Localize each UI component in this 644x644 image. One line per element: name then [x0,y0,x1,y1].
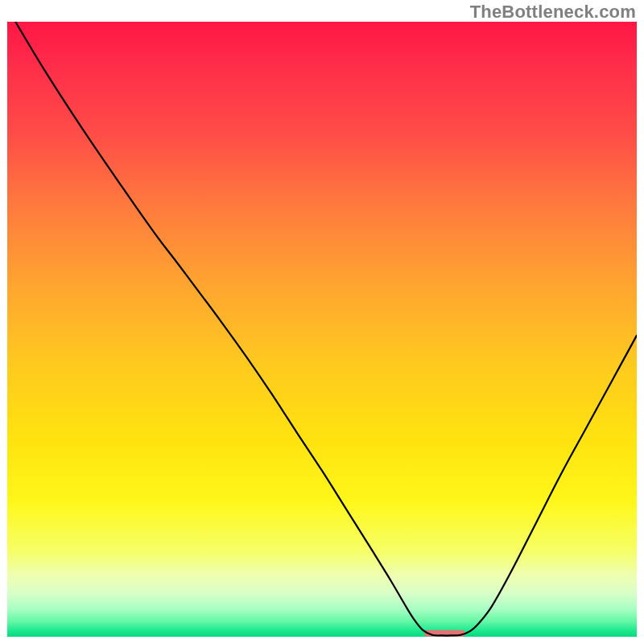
gradient-background [7,22,637,637]
plot-area [7,22,637,637]
chart-stage: TheBottleneck.com [0,0,644,644]
gradient-plot [7,22,637,637]
watermark-text: TheBottleneck.com [470,2,636,23]
